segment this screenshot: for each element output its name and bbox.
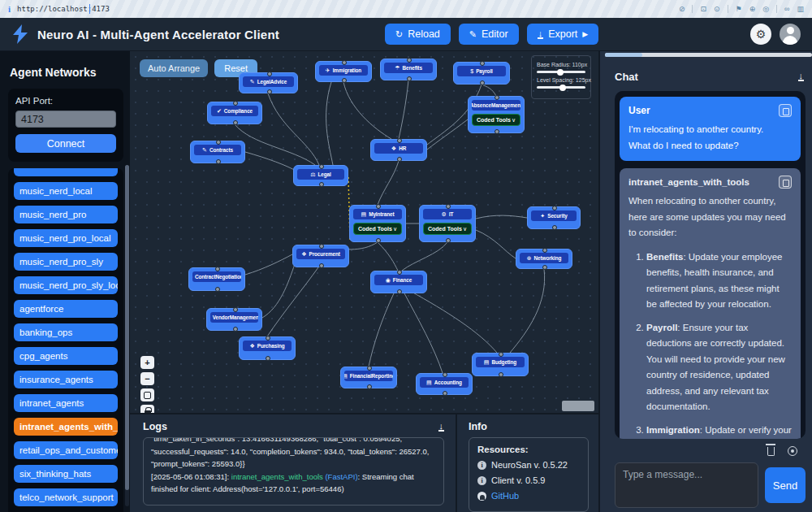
github-icon (477, 492, 486, 501)
info-icon[interactable]: i (8, 4, 11, 14)
globe-icon[interactable]: ⊕ (749, 5, 756, 13)
graph-node-finance[interactable]: ◉Finance (370, 271, 427, 293)
chat-input[interactable] (615, 462, 758, 508)
graph-node-hr[interactable]: ❖HR (370, 139, 427, 161)
list-item-banking_ops[interactable]: banking_ops (14, 323, 118, 341)
logs-output[interactable]: "time_taken_in_seconds": 13.416631149368… (143, 437, 444, 505)
graph-node-absencemanagement[interactable]: AbsenceManagement Coded Tools∨ (468, 96, 525, 133)
reload-button[interactable]: ↻ Reload (385, 24, 451, 45)
agent-message-bubble: intranet_agents_with_tools When relocati… (620, 168, 801, 439)
canvas-horizontal-scrollbar[interactable] (562, 401, 594, 411)
api-port-input[interactable] (15, 111, 116, 128)
url-field[interactable]: http://localhost:4173 (17, 5, 110, 13)
download-chat-icon[interactable]: ↓ (798, 72, 805, 81)
list-item-music_nerd_local[interactable]: music_nerd_local (14, 182, 118, 200)
target-icon[interactable]: ◎ (762, 5, 769, 13)
client-version: Client v. 0.5.9 (491, 475, 545, 485)
copy-icon[interactable] (779, 176, 792, 189)
user-message-text: What do I need to update? (628, 138, 792, 154)
connect-button[interactable]: Connect (15, 134, 116, 153)
fit-view-button[interactable] (140, 388, 154, 401)
lightning-logo (11, 24, 29, 44)
list-item-cpg_agents[interactable]: cpg_agents (14, 347, 118, 365)
list-item-music_nerd_pro[interactable]: music_nerd_pro (14, 206, 118, 223)
zoom-in-button[interactable]: + (140, 356, 154, 369)
gear-icon: ⚙ (756, 28, 767, 41)
graph-node-financialreporting[interactable]: ▤FinancialReporting (340, 367, 397, 388)
editor-button[interactable]: ✎ Editor (459, 24, 519, 45)
list-item-partial[interactable] (14, 168, 118, 176)
columns-icon[interactable]: ▥ (797, 5, 804, 13)
graph-node-purchasing[interactable]: ❖Purchasing (239, 336, 296, 360)
link-icon[interactable]: ⊘ (679, 5, 685, 13)
graph-node-contractnegotiation[interactable]: •ContractNegotiation (188, 267, 245, 291)
share-icon[interactable]: ⊡ (700, 5, 706, 13)
graph-node-procurement[interactable]: ❖Procurement (292, 245, 349, 267)
graph-node-benefits[interactable]: ☂Benefits (380, 59, 437, 80)
github-link[interactable]: GitHub (491, 491, 519, 501)
lock-button[interactable] (140, 405, 154, 413)
sidebar-scrollbar[interactable] (125, 165, 129, 506)
export-caret-icon: ▶ (582, 30, 588, 38)
chat-heading: Chat (615, 71, 638, 83)
settings-button[interactable]: ⚙ (750, 24, 771, 45)
graph-node-security[interactable]: ✦Security (527, 206, 581, 229)
list-item-music_nerd_pro_local[interactable]: music_nerd_pro_local (14, 229, 118, 247)
list-item-intranet_agents_with_tools-active[interactable]: intranet_agents_with_tools (14, 418, 118, 436)
download-logs-icon[interactable]: ↓ (438, 423, 445, 432)
graph-node-immigration[interactable]: ✈Immigration (315, 61, 372, 82)
plane-icon: ✈ (326, 67, 330, 73)
graph-node-it[interactable]: ⚙IT Coded Tools∨ (419, 205, 476, 242)
graph-node-accounting[interactable]: ▤Accounting (416, 373, 473, 395)
chat-top-scrollbar[interactable] (605, 53, 812, 57)
user-message-text: I'm relocating to another country. (628, 122, 792, 138)
log-line: [2025-05-06 01:08:31]: intranet_agents_w… (151, 471, 436, 496)
flag-icon[interactable]: ⚑ (736, 5, 742, 13)
graph-node-networking[interactable]: ⊛Networking (516, 249, 572, 269)
graph-node-myintranet[interactable]: ▤MyIntranet Coded Tools∨ (349, 205, 406, 242)
list-item-music_nerd_pro_sly_local[interactable]: music_nerd_pro_sly_local (14, 276, 118, 294)
graph-node-payroll[interactable]: $Payroll (453, 62, 510, 85)
money-icon: $ (470, 68, 473, 74)
graph-node-contracts[interactable]: ✎Contracts (190, 141, 245, 163)
coded-tools-dropdown[interactable]: Coded Tools∨ (423, 223, 472, 235)
people-icon: ❖ (391, 145, 396, 151)
export-button[interactable]: ↓ Export ▶ (527, 24, 599, 45)
auto-arrange-button[interactable]: Auto Arrange (140, 59, 208, 77)
cart-icon: ❖ (249, 343, 254, 349)
graph-node-legal[interactable]: ⚖Legal (293, 165, 348, 186)
coded-tools-dropdown[interactable]: Coded Tools∨ (472, 114, 520, 126)
shield-icon: ✦ (540, 213, 545, 219)
zoom-out-button[interactable]: − (140, 372, 154, 385)
copy-icon[interactable] (779, 104, 792, 117)
graph-node-vendormanagement[interactable]: •VendorManagement (206, 308, 262, 331)
list-item-music_nerd_pro_sly[interactable]: music_nerd_pro_sly (14, 253, 118, 271)
info-circle-icon: i (477, 476, 486, 485)
list-item-insurance_agents[interactable]: insurance_agents (14, 371, 118, 388)
scroll-to-bottom-icon[interactable] (788, 446, 797, 456)
chevron-down-icon: ∨ (512, 117, 516, 124)
level-spacing-slider[interactable] (537, 86, 585, 89)
check-icon: ✔ (217, 108, 222, 114)
list-item-agentforce[interactable]: agentforce (14, 300, 118, 318)
chat-panel: Chat ↓ User I'm relocating to another co… (598, 51, 812, 512)
send-button[interactable]: Send (765, 467, 806, 503)
divider (728, 5, 728, 13)
list-item-six_thinking_hats[interactable]: six_thinking_hats (14, 465, 118, 483)
list-item-telco_network_support[interactable]: telco_network_support (14, 488, 118, 506)
list-item-intranet_agents[interactable]: intranet_agents (14, 394, 118, 412)
trash-icon[interactable] (767, 447, 775, 456)
camera-icon[interactable]: ⊙ (714, 5, 720, 13)
fit-view-icon (144, 392, 151, 399)
ledger-icon: ▤ (426, 380, 432, 385)
list-item-retail_ops_and_customer_service[interactable]: retail_ops_and_customer_serv (14, 441, 118, 459)
extension-icon[interactable]: ∞ (784, 5, 789, 13)
coded-tools-dropdown[interactable]: Coded Tools∨ (353, 223, 402, 235)
agent-graph-canvas[interactable]: Auto Arrange Reset Base Radius: 110px Le… (130, 51, 598, 413)
graph-node-compliance[interactable]: ✔Compliance (207, 102, 262, 124)
base-radius-slider[interactable] (537, 71, 585, 73)
graph-node-budgeting[interactable]: ▤Budgeting (472, 353, 529, 376)
profile-avatar[interactable] (780, 24, 801, 45)
chat-messages[interactable]: User I'm relocating to another country. … (615, 91, 806, 439)
graph-node-legaladvice[interactable]: ✎LegalAdvice (239, 72, 298, 93)
